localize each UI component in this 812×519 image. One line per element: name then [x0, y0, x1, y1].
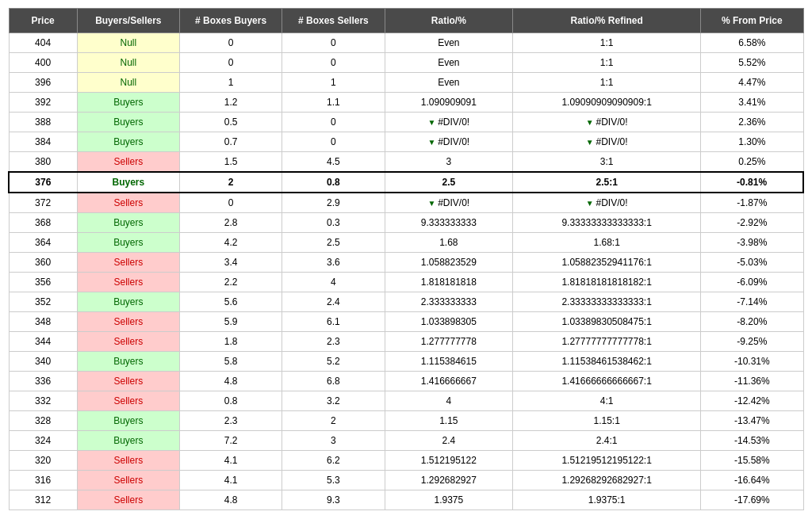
ratio-refined-cell: 1.51219512195122:1 [513, 451, 701, 471]
ratio-refined-cell: 1:1 [513, 73, 701, 93]
table-row: 312Sellers4.89.31.93751.9375:1-17.69% [9, 490, 803, 510]
buyers-sellers-cell: Buyers [77, 233, 179, 253]
ratio-refined-cell: ▼ #DIV/0! [513, 132, 701, 152]
table-row: 344Sellers1.82.31.2777777781.27777777777… [9, 332, 803, 352]
buyers-sellers-cell: Buyers [77, 352, 179, 372]
box-sellers-cell: 0 [282, 113, 385, 132]
box-buyers-cell: 2.8 [179, 213, 282, 233]
price-cell: 332 [9, 391, 77, 411]
box-buyers-cell: 3.4 [179, 253, 282, 273]
from-price-cell: -3.98% [701, 233, 803, 253]
ratio-cell: ▼ #DIV/0! [385, 193, 513, 213]
box-sellers-cell: 0.3 [282, 213, 385, 233]
buyers-sellers-cell: Sellers [77, 471, 179, 490]
from-price-cell: -14.53% [701, 431, 803, 451]
table-row: 392Buyers1.21.11.0909090911.090909090909… [9, 93, 803, 113]
box-buyers-cell: 1.2 [179, 93, 282, 113]
box-sellers-cell: 1.1 [282, 93, 385, 113]
buyers-sellers-cell: Sellers [77, 253, 179, 273]
from-price-cell: -17.69% [701, 490, 803, 510]
ratio-refined-cell: 2.4:1 [513, 431, 701, 451]
box-sellers-cell: 6.2 [282, 451, 385, 471]
ratio-cell: 1.68 [385, 233, 513, 253]
table-row: 316Sellers4.15.31.2926829271.29268292682… [9, 471, 803, 490]
ratio-refined-cell: 1.05882352941176:1 [513, 253, 701, 273]
buyers-sellers-cell: Sellers [77, 490, 179, 510]
ratio-cell: 1.15 [385, 411, 513, 431]
ratio-cell: 2.5 [385, 172, 513, 193]
price-cell: 312 [9, 490, 77, 510]
from-price-cell: 4.47% [701, 73, 803, 93]
table-row: 328Buyers2.321.151.15:1-13.47% [9, 411, 803, 431]
ratio-refined-cell: 1.9375:1 [513, 490, 701, 510]
price-cell: 376 [9, 172, 77, 193]
from-price-cell: -2.92% [701, 213, 803, 233]
price-cell: 404 [9, 33, 77, 53]
buyers-sellers-cell: Sellers [77, 152, 179, 173]
ratio-refined-cell: 4:1 [513, 391, 701, 411]
ratio-refined-cell: 1.11538461538462:1 [513, 352, 701, 372]
box-buyers-cell: 7.2 [179, 431, 282, 451]
box-sellers-cell: 0.8 [282, 172, 385, 193]
from-price-cell: -0.81% [701, 172, 803, 193]
ratio-refined-cell: 1.41666666666667:1 [513, 372, 701, 391]
buyers-sellers-cell: Null [77, 53, 179, 73]
ratio-refined-cell: 2.5:1 [513, 172, 701, 193]
ratio-cell: ▼ #DIV/0! [385, 132, 513, 152]
table-row: 348Sellers5.96.11.0338983051.03389830508… [9, 312, 803, 332]
table-row: 356Sellers2.241.8181818181.8181818181818… [9, 273, 803, 292]
ratio-refined-cell: 3:1 [513, 152, 701, 173]
box-buyers-cell: 0 [179, 33, 282, 53]
price-cell: 340 [9, 352, 77, 372]
box-sellers-cell: 4 [282, 273, 385, 292]
price-cell: 368 [9, 213, 77, 233]
ratio-cell: 1.416666667 [385, 372, 513, 391]
box-buyers-cell: 5.6 [179, 292, 282, 312]
ratio-cell: 3 [385, 152, 513, 173]
price-cell: 344 [9, 332, 77, 352]
price-cell: 400 [9, 53, 77, 73]
ratio-refined-cell: 9.33333333333333:1 [513, 213, 701, 233]
box-buyers-cell: 5.8 [179, 352, 282, 372]
buyers-sellers-cell: Sellers [77, 451, 179, 471]
box-buyers-cell: 4.8 [179, 372, 282, 391]
ratio-cell: Even [385, 73, 513, 93]
box-sellers-cell: 3.6 [282, 253, 385, 273]
buyers-sellers-cell: Sellers [77, 372, 179, 391]
box-buyers-cell: 0.5 [179, 113, 282, 132]
ratio-refined-cell: 1.29268292682927:1 [513, 471, 701, 490]
col-header---boxes-buyers: # Boxes Buyers [179, 9, 282, 33]
ratio-refined-cell: 1.81818181818182:1 [513, 273, 701, 292]
buyers-sellers-cell: Buyers [77, 132, 179, 152]
buyers-sellers-cell: Buyers [77, 292, 179, 312]
box-buyers-cell: 0 [179, 53, 282, 73]
price-cell: 348 [9, 312, 77, 332]
box-sellers-cell: 6.1 [282, 312, 385, 332]
buyers-sellers-cell: Sellers [77, 193, 179, 213]
ratio-cell: 4 [385, 391, 513, 411]
from-price-cell: 1.30% [701, 132, 803, 152]
table-row: 332Sellers0.83.244:1-12.42% [9, 391, 803, 411]
ratio-cell: 1.818181818 [385, 273, 513, 292]
box-sellers-cell: 2.9 [282, 193, 385, 213]
from-price-cell: -11.36% [701, 372, 803, 391]
price-cell: 380 [9, 152, 77, 173]
col-header-ratio--: Ratio/% [385, 9, 513, 33]
price-cell: 316 [9, 471, 77, 490]
table-row: 376Buyers20.82.52.5:1-0.81% [9, 172, 803, 193]
box-buyers-cell: 5.9 [179, 312, 282, 332]
box-buyers-cell: 1.5 [179, 152, 282, 173]
table-row: 368Buyers2.80.39.3333333339.333333333333… [9, 213, 803, 233]
table-row: 404Null00Even1:16.58% [9, 33, 803, 53]
ratio-cell: 2.4 [385, 431, 513, 451]
table-row: 380Sellers1.54.533:10.25% [9, 152, 803, 173]
ratio-refined-cell: 1.27777777777778:1 [513, 332, 701, 352]
box-sellers-cell: 6.8 [282, 372, 385, 391]
buyers-sellers-cell: Buyers [77, 113, 179, 132]
ratio-cell: 1.058823529 [385, 253, 513, 273]
from-price-cell: 5.52% [701, 53, 803, 73]
buyers-sellers-cell: Null [77, 73, 179, 93]
buyers-sellers-cell: Sellers [77, 312, 179, 332]
from-price-cell: -8.20% [701, 312, 803, 332]
ratio-cell: 1.292682927 [385, 471, 513, 490]
